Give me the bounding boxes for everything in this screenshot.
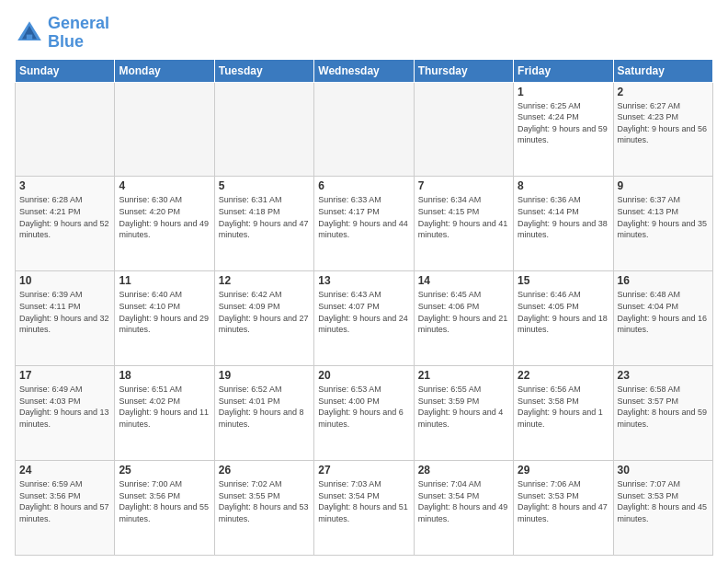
day-number: 16 [618,274,709,287]
day-info: Sunrise: 7:04 AMSunset: 3:54 PMDaylight:… [418,478,509,524]
calendar-cell: 15Sunrise: 6:46 AMSunset: 4:05 PMDayligh… [514,271,613,366]
calendar-cell: 26Sunrise: 7:02 AMSunset: 3:55 PMDayligh… [214,461,313,556]
day-number: 26 [219,464,310,477]
calendar-cell [314,82,414,177]
header: General Blue [15,15,713,52]
calendar-cell: 21Sunrise: 6:55 AMSunset: 3:59 PMDayligh… [414,366,513,461]
day-info: Sunrise: 6:34 AMSunset: 4:15 PMDaylight:… [418,194,509,240]
calendar-cell [115,82,214,177]
day-number: 2 [618,86,709,98]
calendar-cell: 6Sunrise: 6:33 AMSunset: 4:17 PMDaylight… [314,177,414,271]
day-number: 6 [318,179,409,192]
day-number: 10 [19,274,110,287]
day-number: 18 [119,369,210,382]
calendar-cell: 12Sunrise: 6:42 AMSunset: 4:09 PMDayligh… [214,271,313,366]
day-number: 12 [219,274,310,287]
day-info: Sunrise: 7:06 AMSunset: 3:53 PMDaylight:… [518,478,609,524]
weekday-header-tuesday: Tuesday [214,59,313,82]
day-info: Sunrise: 7:00 AMSunset: 3:56 PMDaylight:… [119,478,210,524]
logo-text: General Blue [48,15,109,52]
calendar-cell: 9Sunrise: 6:37 AMSunset: 4:13 PMDaylight… [613,177,712,271]
calendar-cell: 19Sunrise: 6:52 AMSunset: 4:01 PMDayligh… [214,366,313,461]
day-number: 4 [119,179,210,192]
weekday-header-monday: Monday [115,59,214,82]
calendar-cell: 22Sunrise: 6:56 AMSunset: 3:58 PMDayligh… [514,366,613,461]
calendar-cell: 13Sunrise: 6:43 AMSunset: 4:07 PMDayligh… [314,271,414,366]
day-number: 17 [19,369,110,382]
calendar-cell: 16Sunrise: 6:48 AMSunset: 4:04 PMDayligh… [613,271,712,366]
day-info: Sunrise: 6:37 AMSunset: 4:13 PMDaylight:… [618,194,709,240]
day-number: 24 [19,464,110,477]
day-number: 23 [618,369,709,382]
day-info: Sunrise: 6:48 AMSunset: 4:04 PMDaylight:… [618,289,709,335]
day-info: Sunrise: 6:53 AMSunset: 4:00 PMDaylight:… [318,384,409,430]
calendar-cell: 3Sunrise: 6:28 AMSunset: 4:21 PMDaylight… [16,177,115,271]
calendar-cell: 17Sunrise: 6:49 AMSunset: 4:03 PMDayligh… [16,366,115,461]
calendar-cell: 28Sunrise: 7:04 AMSunset: 3:54 PMDayligh… [414,461,513,556]
logo-icon [15,18,44,48]
day-info: Sunrise: 6:56 AMSunset: 3:58 PMDaylight:… [518,384,609,430]
day-info: Sunrise: 6:43 AMSunset: 4:07 PMDaylight:… [318,289,409,335]
day-info: Sunrise: 6:28 AMSunset: 4:21 PMDaylight:… [19,194,110,240]
day-number: 30 [618,464,709,477]
day-number: 28 [418,464,509,477]
weekday-header-thursday: Thursday [414,59,513,82]
day-info: Sunrise: 7:07 AMSunset: 3:53 PMDaylight:… [618,478,709,524]
calendar-cell: 29Sunrise: 7:06 AMSunset: 3:53 PMDayligh… [514,461,613,556]
calendar-cell: 23Sunrise: 6:58 AMSunset: 3:57 PMDayligh… [613,366,712,461]
svg-rect-2 [27,34,32,40]
weekday-header-saturday: Saturday [613,59,712,82]
day-info: Sunrise: 7:02 AMSunset: 3:55 PMDaylight:… [219,478,310,524]
calendar-cell: 18Sunrise: 6:51 AMSunset: 4:02 PMDayligh… [115,366,214,461]
day-number: 9 [618,179,709,192]
weekday-header-wednesday: Wednesday [314,59,414,82]
day-info: Sunrise: 7:03 AMSunset: 3:54 PMDaylight:… [318,478,409,524]
day-info: Sunrise: 6:30 AMSunset: 4:20 PMDaylight:… [119,194,210,240]
day-info: Sunrise: 6:27 AMSunset: 4:23 PMDaylight:… [618,100,709,146]
calendar-cell: 2Sunrise: 6:27 AMSunset: 4:23 PMDaylight… [613,82,712,177]
day-number: 3 [19,179,110,192]
day-number: 29 [518,464,609,477]
calendar-cell: 24Sunrise: 6:59 AMSunset: 3:56 PMDayligh… [16,461,115,556]
day-number: 15 [518,274,609,287]
calendar-cell: 5Sunrise: 6:31 AMSunset: 4:18 PMDaylight… [214,177,313,271]
calendar-cell [414,82,513,177]
day-number: 8 [518,179,609,192]
day-info: Sunrise: 6:52 AMSunset: 4:01 PMDaylight:… [219,384,310,430]
calendar-cell: 7Sunrise: 6:34 AMSunset: 4:15 PMDaylight… [414,177,513,271]
calendar-cell: 10Sunrise: 6:39 AMSunset: 4:11 PMDayligh… [16,271,115,366]
calendar-cell: 14Sunrise: 6:45 AMSunset: 4:06 PMDayligh… [414,271,513,366]
day-number: 20 [318,369,409,382]
calendar-cell: 11Sunrise: 6:40 AMSunset: 4:10 PMDayligh… [115,271,214,366]
day-number: 11 [119,274,210,287]
day-number: 22 [518,369,609,382]
weekday-header-sunday: Sunday [16,59,115,82]
day-info: Sunrise: 6:49 AMSunset: 4:03 PMDaylight:… [19,384,110,430]
day-info: Sunrise: 6:33 AMSunset: 4:17 PMDaylight:… [318,194,409,240]
calendar-cell [214,82,313,177]
day-number: 13 [318,274,409,287]
day-number: 14 [418,274,509,287]
day-info: Sunrise: 6:46 AMSunset: 4:05 PMDaylight:… [518,289,609,335]
day-number: 19 [219,369,310,382]
day-info: Sunrise: 6:31 AMSunset: 4:18 PMDaylight:… [219,194,310,240]
day-number: 5 [219,179,310,192]
day-info: Sunrise: 6:59 AMSunset: 3:56 PMDaylight:… [19,478,110,524]
calendar-cell: 30Sunrise: 7:07 AMSunset: 3:53 PMDayligh… [613,461,712,556]
day-info: Sunrise: 6:58 AMSunset: 3:57 PMDaylight:… [618,384,709,430]
day-number: 25 [119,464,210,477]
calendar-cell: 4Sunrise: 6:30 AMSunset: 4:20 PMDaylight… [115,177,214,271]
day-info: Sunrise: 6:55 AMSunset: 3:59 PMDaylight:… [418,384,509,430]
weekday-header-friday: Friday [514,59,613,82]
calendar-cell: 25Sunrise: 7:00 AMSunset: 3:56 PMDayligh… [115,461,214,556]
day-info: Sunrise: 6:45 AMSunset: 4:06 PMDaylight:… [418,289,509,335]
day-info: Sunrise: 6:42 AMSunset: 4:09 PMDaylight:… [219,289,310,335]
calendar-cell [16,82,115,177]
calendar-cell: 20Sunrise: 6:53 AMSunset: 4:00 PMDayligh… [314,366,414,461]
calendar-cell: 8Sunrise: 6:36 AMSunset: 4:14 PMDaylight… [514,177,613,271]
calendar: SundayMondayTuesdayWednesdayThursdayFrid… [15,59,713,556]
day-number: 21 [418,369,509,382]
calendar-cell: 27Sunrise: 7:03 AMSunset: 3:54 PMDayligh… [314,461,414,556]
day-info: Sunrise: 6:39 AMSunset: 4:11 PMDaylight:… [19,289,110,335]
day-info: Sunrise: 6:36 AMSunset: 4:14 PMDaylight:… [518,194,609,240]
